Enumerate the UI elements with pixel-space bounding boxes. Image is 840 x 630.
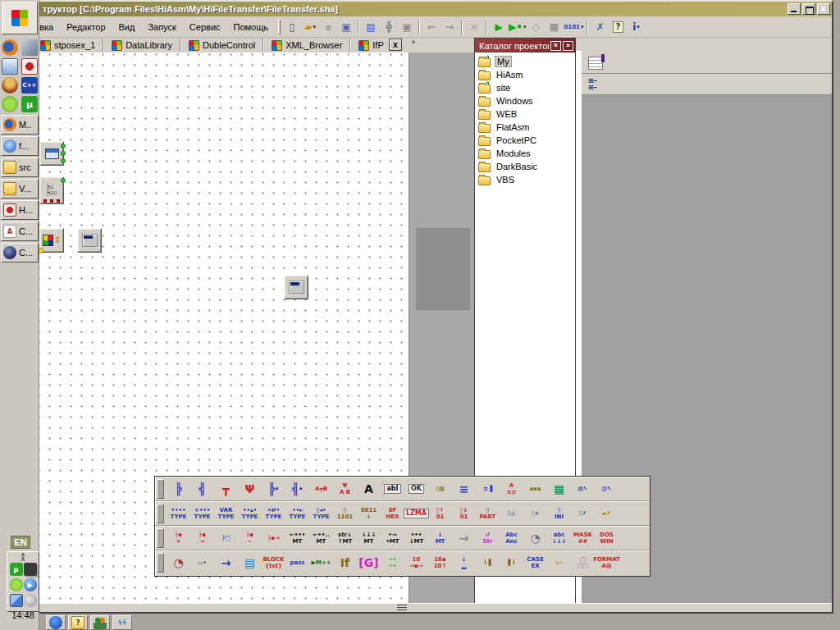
menu-item-Сервис[interactable]: Сервис <box>183 20 227 34</box>
palette-save-tray-button[interactable]: ↓ ▂ <box>452 552 476 574</box>
palette-case-ex-button[interactable]: CASE EX <box>523 552 547 574</box>
toolbar-save-file-button[interactable]: ▣ <box>337 19 355 35</box>
catalog-close-button[interactable]: × <box>550 41 561 51</box>
toolbar-mouse-tool-button[interactable]: ◇ <box>527 19 545 35</box>
toolbar-run-button[interactable]: ▶ <box>490 19 508 35</box>
close-button[interactable] <box>817 3 830 15</box>
menu-item-Вид[interactable]: Вид <box>112 20 142 34</box>
palette-tree-ab-button[interactable]: A┳B <box>309 477 333 500</box>
dock-icon-tools[interactable] <box>21 39 39 56</box>
palette-str-loop-button[interactable]: ↺ Str <box>476 527 500 549</box>
palette-clock-button[interactable]: ◔ <box>167 552 190 574</box>
toolbar-help-button[interactable]: ? <box>609 19 627 35</box>
palette-tree-down-button[interactable]: ┳ <box>214 477 238 500</box>
palette-tree-insert-button[interactable]: ├▪→ <box>262 527 285 549</box>
dock-shortcut-C...[interactable]: C... <box>1 243 39 262</box>
dock-shortcut-C...[interactable]: AC... <box>1 221 39 241</box>
palette-text-doc-button[interactable]: ▤ <box>238 552 262 574</box>
palette-label-a-button[interactable]: A <box>357 477 381 500</box>
catalog-folder-HiAsm[interactable]: HiAsm <box>478 68 575 81</box>
palette-tree-add-button[interactable]: ├▪ + <box>167 527 190 549</box>
palette-hub-in-typed-button[interactable]: ╣· <box>285 477 309 500</box>
catalog-folder-FlatAsm[interactable]: FlatAsm <box>478 121 575 134</box>
palette-node-grid-button[interactable]: •• •• <box>381 552 404 574</box>
palette-dialog-button[interactable]: ▯▤ <box>428 477 452 500</box>
palette-m-counter-button[interactable]: ▶M++ <box>309 552 333 574</box>
palette-password-button[interactable]: pass <box>285 552 309 574</box>
toolbar-blank-button[interactable]: ▪ <box>319 19 337 35</box>
palette-mt-cols-button[interactable]: ••• ↓MT <box>404 527 428 549</box>
toolbar-new-file-button[interactable]: ▯ <box>283 19 301 35</box>
palette-ok-button-button[interactable]: OK <box>404 477 428 500</box>
palette-tree-delete-button[interactable]: ├▪ − <box>238 527 262 549</box>
catalog-folder-Modules[interactable]: Modules <box>478 147 575 160</box>
titlebar[interactable]: труктор [C:\Program Files\HiAsm\My\HiFil… <box>8 2 832 16</box>
dock-shortcut-H...[interactable]: H... <box>1 200 39 220</box>
catalog-folder-WEB[interactable]: WEB <box>478 107 575 121</box>
palette-type-swap-button[interactable]: •⇄• TYPE <box>262 502 285 524</box>
palette-hex-button[interactable]: 0F HEX <box>381 502 404 524</box>
catalog-folder-VBS[interactable]: VBS <box>478 173 575 186</box>
palette-row-handle[interactable] <box>157 479 164 499</box>
dock-icon-cpp[interactable]: C++ <box>21 77 39 94</box>
palette-cross-10-button[interactable]: 10 →▪→ <box>404 552 428 574</box>
canvas-element-panel-2[interactable] <box>284 275 308 299</box>
palette-bit-get-button[interactable]: ▯↑ 01 <box>428 502 452 524</box>
palette-chip-out-button[interactable]: ▌i <box>500 552 523 574</box>
splitter-handle-icon[interactable] <box>397 605 407 612</box>
dock-icon-icq[interactable] <box>1 96 19 112</box>
palette-part-button[interactable]: ▯ PART <box>476 502 500 524</box>
dock-icon-utorrent[interactable]: µ <box>21 96 39 112</box>
palette-tree-select-button[interactable]: ├□ <box>214 527 238 549</box>
toolbar-open-file-button[interactable]: ▰▾ <box>301 19 319 35</box>
restore-button[interactable] <box>802 3 815 15</box>
palette-binary-doc-button[interactable]: ▯ 1101 <box>333 502 357 524</box>
dock-shortcut-V...[interactable]: V... <box>1 179 39 199</box>
taskbar-app-button[interactable] <box>46 615 66 630</box>
palette-stream-write-button[interactable]: 0011 ↓ <box>357 502 381 524</box>
tray-network[interactable] <box>10 594 23 609</box>
palette-editbox-button[interactable]: abI <box>381 477 404 500</box>
palette-type-var-button[interactable]: VAR TYPE <box>214 502 238 524</box>
toolbar-grid-toggle-button[interactable]: ╬ <box>380 19 398 35</box>
tab-DubleControl[interactable]: DubleControl <box>180 38 263 52</box>
event-dot[interactable] <box>50 199 53 203</box>
dock-icon-helmet[interactable] <box>1 77 19 94</box>
palette-doc-preview-button[interactable]: ▯◎ <box>500 502 523 524</box>
canvas-element-tree[interactable]: ├▫ ├▫▫ <box>39 176 64 204</box>
catalog-header[interactable]: Каталог проектов × » <box>475 39 575 52</box>
palette-block-text-button[interactable]: BLOCK {txt} <box>262 552 285 574</box>
taskbar-lightning-button[interactable]: ϟϟ <box>112 615 132 630</box>
dock-icon-mail[interactable] <box>1 58 19 75</box>
palette-mt-write-button[interactable]: ↓ MT <box>428 527 452 549</box>
palette-flow-chart-button[interactable]: □ □□ <box>571 552 595 574</box>
menu-item-Запуск[interactable]: Запуск <box>141 20 182 34</box>
menu-item-Помощь[interactable]: Помощь <box>227 20 276 34</box>
palette-mt-put-button[interactable]: ↓↓↓ MT <box>357 527 381 549</box>
palette-abc-split-button[interactable]: abc ↓↓↓ <box>547 527 571 549</box>
tray-chip[interactable] <box>24 563 37 578</box>
palette-mt-str-button[interactable]: str↓ ↑MT <box>333 527 357 549</box>
properties-icon[interactable] <box>588 57 603 70</box>
catalog-collapse-button[interactable]: » <box>563 41 573 51</box>
palette-mt-row-button[interactable]: •→ •MT <box>381 527 404 549</box>
palette-listbox-button[interactable]: ≡▐ <box>476 477 500 500</box>
tray-utorrent[interactable]: µ <box>10 563 23 578</box>
toolbar-frame-toggle-button[interactable]: ▣ <box>398 19 416 35</box>
tray-icq[interactable] <box>10 578 23 593</box>
palette-dos-win-button[interactable]: DOS WIN <box>595 527 619 549</box>
palette-type-int-button[interactable]: •••• TYPE <box>167 502 190 524</box>
palette-pass-through-button[interactable]: → <box>452 527 476 549</box>
palette-row-handle[interactable] <box>157 528 164 548</box>
palette-stopwatch-button[interactable]: ◔ <box>523 527 547 549</box>
palette-node-10-button[interactable]: 10▪ 10↑ <box>428 552 452 574</box>
language-indicator[interactable]: EN <box>11 536 30 549</box>
palette-regexp-button[interactable]: [G] <box>357 552 381 574</box>
palette-chip-in-button[interactable]: i▐ <box>476 552 500 574</box>
palette-mt-prev-button[interactable]: ←••.. MT <box>309 527 333 549</box>
palette-mt-first-button[interactable]: ←••• MT <box>285 527 309 549</box>
taskbar-people-button[interactable] <box>90 615 110 630</box>
palette-type-add-button[interactable]: +••• TYPE <box>190 502 214 524</box>
palette-memo-button[interactable]: ≡ <box>452 477 476 500</box>
tray-media[interactable]: ▶ <box>24 578 37 593</box>
